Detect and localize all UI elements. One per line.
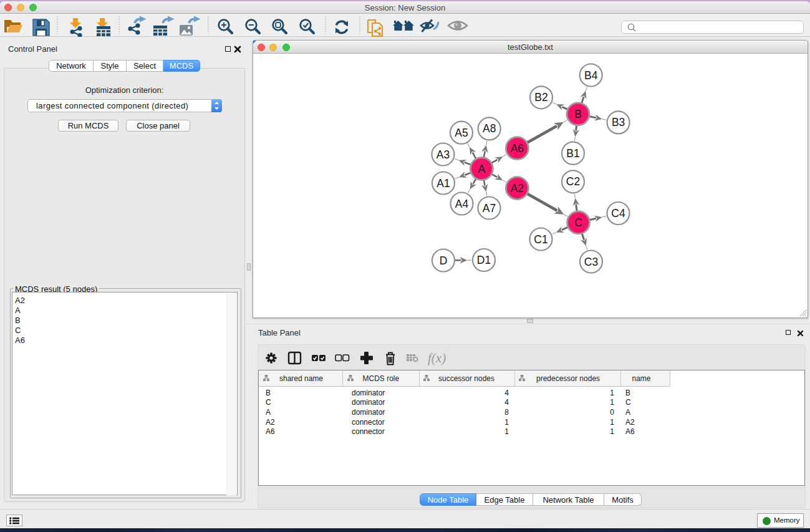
svg-text:C2: C2	[566, 175, 580, 188]
svg-text:A6: A6	[511, 142, 524, 155]
svg-text:B3: B3	[612, 116, 625, 128]
svg-text:B2: B2	[534, 91, 547, 104]
svg-text:D1: D1	[477, 254, 491, 266]
svg-text:B4: B4	[584, 69, 598, 82]
svg-text:B1: B1	[566, 147, 579, 160]
svg-text:A8: A8	[483, 122, 496, 135]
svg-text:A: A	[478, 163, 486, 175]
svg-text:A5: A5	[455, 127, 468, 139]
svg-text:A7: A7	[483, 202, 496, 215]
svg-text:A2: A2	[511, 182, 524, 195]
svg-text:A3: A3	[436, 148, 450, 161]
svg-text:A4: A4	[455, 198, 469, 210]
svg-text:C1: C1	[534, 233, 547, 246]
svg-text:B: B	[574, 108, 582, 120]
svg-text:f(x): f(x)	[428, 351, 446, 365]
svg-text:D: D	[440, 254, 448, 267]
svg-text:C4: C4	[611, 207, 625, 220]
svg-text:C3: C3	[584, 256, 598, 268]
svg-text:C: C	[574, 216, 582, 229]
svg-text:A1: A1	[436, 177, 450, 190]
